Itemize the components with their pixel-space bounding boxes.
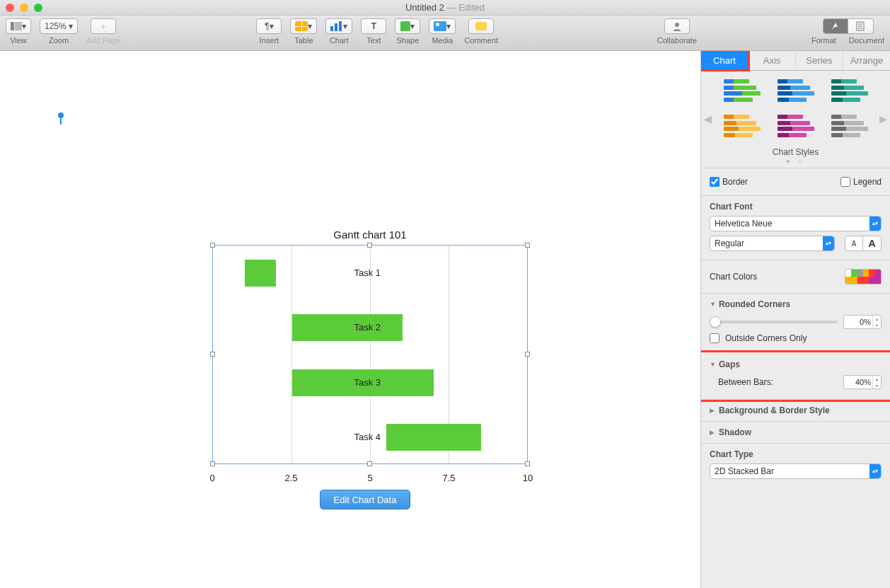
add-page-button[interactable]: ＋	[91, 18, 116, 34]
svg-rect-1	[15, 22, 22, 30]
outside-corners-checkbox[interactable]	[710, 333, 719, 343]
chart-style-thumb[interactable]	[829, 76, 870, 105]
chart-button[interactable]: ▾	[325, 18, 352, 34]
zoom-select[interactable]: 125% ▾	[40, 18, 78, 34]
comment-label: Comment	[464, 36, 498, 45]
styles-next-icon[interactable]: ▶	[879, 113, 887, 125]
bg-border-disclosure[interactable]: ▶Background & Border Style	[710, 405, 882, 415]
chart-style-thumb[interactable]	[775, 76, 816, 105]
x-tick-label: 7.5	[442, 473, 455, 483]
chart-style-thumb[interactable]	[775, 112, 816, 140]
collaborate-label: Collaborate	[657, 36, 697, 45]
legend-checkbox-row[interactable]: Legend	[840, 177, 882, 187]
table-icon	[295, 21, 308, 31]
collaborate-button[interactable]	[664, 18, 690, 34]
text-label: Text	[366, 36, 381, 45]
resize-handle[interactable]	[367, 243, 372, 248]
x-tick-label: 0	[209, 473, 214, 483]
font-larger-button[interactable]: A	[863, 236, 882, 251]
view-button[interactable]: ▾	[6, 18, 31, 34]
table-button[interactable]: ▾	[290, 18, 317, 34]
border-checkbox[interactable]	[710, 177, 719, 187]
chart-type-value: 2D Stacked Bar	[715, 466, 774, 476]
stepper-up-icon[interactable]: ▴	[873, 376, 881, 382]
border-checkbox-row[interactable]: Border	[710, 177, 748, 187]
text-button[interactable]: T	[361, 18, 386, 34]
document-button[interactable]	[848, 18, 874, 34]
font-smaller-button[interactable]: A	[845, 236, 863, 251]
category-label: Task 1	[354, 267, 381, 277]
shape-icon	[400, 21, 410, 31]
format-button[interactable]	[823, 18, 848, 34]
rounded-corners-slider[interactable]	[710, 321, 838, 323]
resize-handle[interactable]	[525, 352, 530, 357]
edit-chart-data-button[interactable]: Edit Chart Data	[320, 490, 410, 509]
rounded-corners-disclosure[interactable]: ▼Rounded Corners	[710, 299, 882, 309]
shape-label: Shape	[396, 36, 419, 45]
stepper-up-icon[interactable]: ▴	[873, 316, 881, 322]
x-tick-label: 10	[523, 473, 533, 483]
gaps-label: Gaps	[719, 359, 740, 369]
styles-prev-icon[interactable]: ◀	[704, 113, 712, 125]
shape-button[interactable]: ▾	[395, 18, 420, 34]
zoom-value: 125%	[45, 21, 67, 31]
tab-arrange[interactable]: Arrange	[843, 51, 890, 70]
legend-checkbox[interactable]	[840, 177, 850, 187]
rounded-value-text: 0%	[860, 318, 871, 326]
font-style-select[interactable]: Regular▴▾	[710, 236, 835, 251]
chart-style-thumb[interactable]	[722, 76, 763, 105]
chart-colors-section: Chart Colors	[701, 260, 890, 294]
gaps-disclosure[interactable]: ▼Gaps	[710, 359, 882, 369]
chart-style-thumb[interactable]	[722, 112, 763, 140]
border-label: Border	[722, 177, 748, 187]
rounded-corners-section: ▼Rounded Corners 0%▴▾ Outside Corners On…	[701, 294, 890, 352]
media-button[interactable]: ▾	[429, 18, 456, 34]
chart-style-thumb[interactable]	[829, 112, 870, 140]
category-label: Task 4	[354, 432, 381, 442]
chart-bar[interactable]	[245, 260, 277, 287]
chevron-down-icon: ▼	[710, 361, 716, 368]
between-bars-value[interactable]: 40%▴▾	[843, 375, 882, 389]
chart-bar[interactable]	[386, 424, 481, 451]
category-label: Task 2	[354, 322, 381, 333]
font-family-value: Helvetica Neue	[715, 219, 772, 229]
rounded-corners-label: Rounded Corners	[719, 299, 790, 309]
table-label: Table	[294, 36, 313, 45]
media-label: Media	[432, 36, 453, 45]
chart-label: Chart	[330, 36, 349, 45]
x-tick-label: 5	[367, 473, 372, 483]
chart-title[interactable]: Gantt chart 101	[212, 229, 528, 241]
chart-type-select[interactable]: 2D Stacked Bar▴▾	[710, 463, 882, 479]
font-family-select[interactable]: Helvetica Neue▴▾	[710, 216, 882, 231]
comment-button[interactable]	[468, 18, 494, 34]
stepper-down-icon[interactable]: ▾	[873, 322, 881, 328]
tab-series[interactable]: Series	[796, 51, 843, 70]
resize-handle[interactable]	[210, 243, 215, 248]
document-canvas[interactable]: Gantt chart 101 Edit Chart Data Task 1Ta…	[0, 51, 700, 588]
add-page-label: Add Page	[86, 36, 120, 45]
rounded-corners-value[interactable]: 0%▴▾	[843, 315, 882, 329]
chart-colors-swatch[interactable]	[845, 269, 882, 284]
chart-icon	[330, 21, 343, 31]
resize-handle[interactable]	[210, 461, 215, 466]
resize-handle[interactable]	[210, 352, 215, 357]
resize-handle[interactable]	[525, 461, 530, 466]
tab-axis[interactable]: Axis	[749, 51, 796, 70]
comment-icon	[475, 22, 487, 30]
tab-chart[interactable]: Chart	[701, 51, 749, 70]
inspector-tabs: Chart Axis Series Arrange	[701, 51, 890, 71]
slider-knob[interactable]	[710, 316, 721, 328]
resize-handle[interactable]	[525, 243, 530, 248]
chart-bar[interactable]	[292, 314, 403, 341]
format-label: Format	[811, 36, 836, 45]
media-icon	[434, 21, 446, 31]
stepper-down-icon[interactable]: ▾	[873, 382, 881, 388]
legend-label: Legend	[853, 177, 882, 187]
pager-dots-icon[interactable]: ● ○	[701, 157, 890, 165]
shadow-disclosure[interactable]: ▶Shadow	[710, 427, 882, 437]
border-legend-section: Border Legend	[701, 168, 890, 196]
insert-button[interactable]: ¶▾	[256, 18, 282, 34]
resize-handle[interactable]	[367, 461, 372, 466]
bg-border-label: Background & Border Style	[719, 405, 830, 415]
view-label: View	[10, 36, 27, 45]
